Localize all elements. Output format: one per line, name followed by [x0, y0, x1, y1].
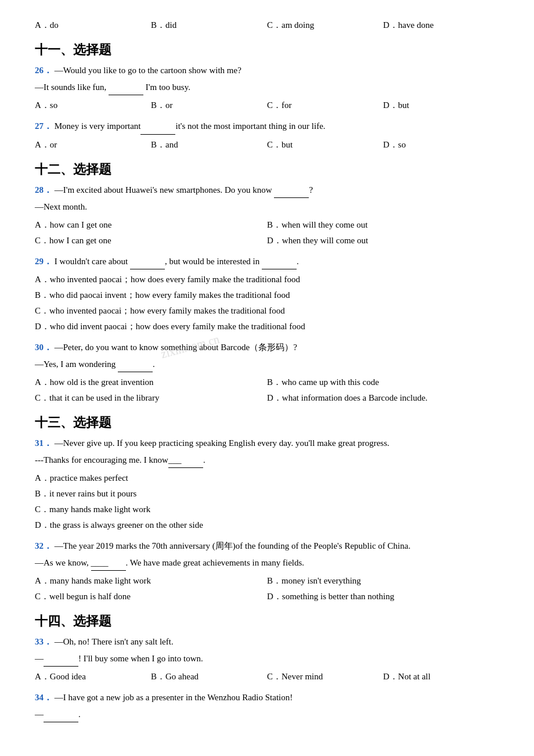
- q26-blank: [109, 80, 143, 96]
- q31-number: 31．: [35, 438, 52, 448]
- q27-blank: [140, 119, 175, 135]
- q32-option-b: B．money isn't everything: [267, 573, 499, 589]
- q28-option-c: C．how I can get one: [35, 233, 267, 249]
- q30-option-d: D．what information does a Barcode includ…: [267, 390, 499, 406]
- q31-option-b: B．it never rains but it pours: [35, 486, 499, 502]
- q29-options: A．who invented paocai；how does every fam…: [35, 272, 499, 334]
- q27-number: 27．: [35, 121, 52, 131]
- question-31: 31． —Never give up. If you keep practici…: [35, 436, 499, 533]
- q30-options: A．how old is the great invention B．who c…: [35, 375, 499, 406]
- q28-text1: —I'm excited about Huawei's new smartpho…: [55, 185, 313, 195]
- q31-text1: —Never give up. If you keep practicing s…: [55, 438, 389, 448]
- q26-option-c: C．for: [267, 98, 383, 113]
- q29-text: I wouldn't care about , but would be int…: [55, 257, 299, 266]
- q26-line2: —It sounds like fun, I'm too busy.: [35, 80, 499, 96]
- q29-blank2: [262, 254, 297, 270]
- q29-option-c: C．who invented paocai；how every family m…: [35, 303, 499, 319]
- q28-options: A．how can I get one B．when will they com…: [35, 217, 499, 249]
- q33-options: A．Good idea B．Go ahead C．Never mind D．No…: [35, 669, 499, 685]
- q30-option-a: A．how old is the great invention: [35, 375, 267, 390]
- q31-line2: ---Thanks for encouraging me. I know___.: [35, 453, 499, 469]
- section-title-14: 十四、选择题: [35, 613, 499, 630]
- q34-text2: — .: [35, 710, 81, 719]
- q28-text2: —Next month.: [35, 202, 87, 211]
- q30-text2: —Yes, I am wondering .: [35, 359, 155, 369]
- question-26: 26． —Would you like to go to the cartoon…: [35, 63, 499, 113]
- q32-option-d: D．something is better than nothing: [267, 589, 499, 604]
- q27-options: A．or B．and C．but D．so: [35, 137, 499, 153]
- q32-text1: —The year 2019 marks the 70th anniversar…: [55, 541, 410, 550]
- option-a-do: A．do: [35, 17, 151, 33]
- q26-text1: —Would you like to go to the cartoon sho…: [55, 66, 241, 75]
- q33-line1: 33． —Oh, no! There isn't any salt left.: [35, 635, 499, 650]
- question-27: 27． Money is very important it's not the…: [35, 119, 499, 153]
- question-34: 34． —I have got a new job as a presenter…: [35, 690, 499, 722]
- q33-option-a: A．Good idea: [35, 669, 151, 685]
- q32-line1: 32． —The year 2019 marks the 70th annive…: [35, 539, 499, 554]
- q31-text2: ---Thanks for encouraging me. I know___.: [35, 455, 205, 465]
- q26-number: 26．: [35, 66, 52, 75]
- q31-option-c: C．many hands make light work: [35, 502, 499, 517]
- q30-text1: —Peter, do you want to know something ab…: [55, 343, 297, 352]
- q30-line2: —Yes, I am wondering .: [35, 357, 499, 373]
- q29-blank1: [130, 254, 165, 270]
- q30-number: 30．: [35, 343, 52, 352]
- option-b-did: B．did: [151, 17, 267, 33]
- q30-option-c: C．that it can be used in the library: [35, 390, 267, 406]
- q28-option-a: A．how can I get one: [35, 217, 267, 233]
- q27-line1: 27． Money is very important it's not the…: [35, 119, 499, 135]
- q30-option-b: B．who came up with this code: [267, 375, 499, 390]
- q26-line1: 26． —Would you like to go to the cartoon…: [35, 63, 499, 78]
- q33-number: 33．: [35, 637, 52, 646]
- q28-line2: —Next month.: [35, 200, 499, 215]
- q32-line2: —As we know, ____. We have made great ac…: [35, 556, 499, 571]
- q34-blank: [44, 707, 78, 723]
- q33-option-d: D．Not at all: [383, 669, 499, 685]
- q27-option-b: B．and: [151, 137, 267, 153]
- q32-text2: —As we know, ____. We have made great ac…: [35, 558, 304, 567]
- q28-option-b: B．when will they come out: [267, 217, 499, 233]
- q29-option-a: A．who invented paocai；how does every fam…: [35, 272, 499, 287]
- q29-number: 29．: [35, 257, 52, 266]
- top-options-row: A．do B．did C．am doing D．have done: [35, 17, 499, 33]
- question-28: 28． —I'm excited about Huawei's new smar…: [35, 183, 499, 249]
- q26-text2: —It sounds like fun, I'm too busy.: [35, 82, 190, 92]
- q32-option-a: A．many hands make light work: [35, 573, 267, 589]
- q34-text1: —I have got a new job as a presenter in …: [55, 693, 293, 702]
- q27-option-d: D．so: [383, 137, 499, 153]
- option-d-have-done: D．have done: [383, 17, 499, 33]
- section-title-13: 十三、选择题: [35, 414, 499, 431]
- q33-text1: —Oh, no! There isn't any salt left.: [55, 637, 174, 646]
- q27-option-c: C．but: [267, 137, 383, 153]
- q33-text2: — ! I'll buy some when I go into town.: [35, 654, 203, 663]
- q28-blank: [274, 183, 309, 199]
- q28-number: 28．: [35, 185, 52, 195]
- q31-blank: ___: [168, 453, 203, 469]
- q29-option-d: D．who did invent paocai；how does every f…: [35, 319, 499, 334]
- question-32: 32． —The year 2019 marks the 70th annive…: [35, 539, 499, 604]
- q26-option-a: A．so: [35, 98, 151, 113]
- q34-line2: — .: [35, 707, 499, 723]
- question-33: 33． —Oh, no! There isn't any salt left. …: [35, 635, 499, 685]
- q26-option-d: D．but: [383, 98, 499, 113]
- q32-option-c: C．well begun is half done: [35, 589, 267, 604]
- q32-blank: ____: [91, 556, 126, 571]
- q34-number: 34．: [35, 693, 52, 702]
- q29-option-b: B．who did paocai invent；how every family…: [35, 287, 499, 303]
- q32-number: 32．: [35, 541, 52, 550]
- question-29: 29． I wouldn't care about , but would be…: [35, 254, 499, 335]
- q27-option-a: A．or: [35, 137, 151, 153]
- q31-line1: 31． —Never give up. If you keep practici…: [35, 436, 499, 451]
- q33-blank: [44, 651, 78, 667]
- q28-line1: 28． —I'm excited about Huawei's new smar…: [35, 183, 499, 199]
- q28-option-d: D．when they will come out: [267, 233, 499, 249]
- q33-option-b: B．Go ahead: [151, 669, 267, 685]
- q31-option-a: A．practice makes perfect: [35, 470, 499, 486]
- q30-line1: 30． —Peter, do you want to know somethin…: [35, 340, 499, 355]
- q33-line2: — ! I'll buy some when I go into town.: [35, 651, 499, 667]
- q30-blank: [118, 357, 153, 373]
- question-30: 30． —Peter, do you want to know somethin…: [35, 340, 499, 406]
- q26-options: A．so B．or C．for D．but: [35, 98, 499, 113]
- section-title-11: 十一、选择题: [35, 41, 499, 59]
- q26-option-b: B．or: [151, 98, 267, 113]
